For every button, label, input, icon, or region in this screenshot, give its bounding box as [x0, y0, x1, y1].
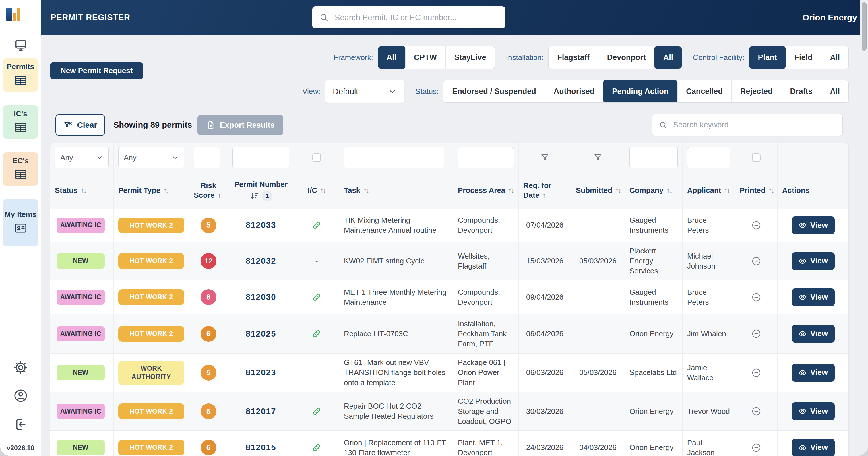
submitted-filter-funnel-icon[interactable]	[593, 152, 603, 163]
segment-cancelled[interactable]: Cancelled	[677, 80, 732, 102]
chevron-down-icon	[172, 154, 179, 161]
permit_number-filter-input[interactable]	[232, 146, 289, 168]
view-button[interactable]: View	[792, 364, 835, 382]
view-select[interactable]: Default	[325, 80, 404, 103]
column-header-applicant[interactable]: Applicant↑↓	[683, 172, 735, 208]
status-filter-select[interactable]: Any	[55, 146, 109, 168]
view-button[interactable]: View	[792, 325, 835, 343]
company-text: Spacelabs Ltd	[629, 368, 677, 378]
view-button[interactable]: View	[792, 252, 835, 270]
req_date-filter-funnel-icon[interactable]	[539, 152, 550, 163]
filter-row-primary: Framework: AllCPTWStayLive Installation:…	[327, 46, 849, 69]
sidebar-item-permits[interactable]: Permits	[3, 58, 38, 92]
results-count: Showing 89 permits	[113, 114, 192, 136]
company-text: Orion Energy	[629, 406, 673, 416]
segment-plant[interactable]: Plant	[749, 46, 786, 69]
dashboard-monitor-icon[interactable]	[0, 38, 41, 53]
segment-pending-action[interactable]: Pending Action	[603, 80, 678, 103]
segment-cptw[interactable]: CPTW	[405, 46, 445, 69]
column-header-submitted[interactable]: Submitted↑↓	[571, 172, 625, 208]
view-button[interactable]: View	[792, 402, 835, 420]
vertical-scrollbar[interactable]	[862, 2, 867, 51]
new-permit-request-button[interactable]: New Permit Request	[50, 62, 143, 79]
column-header-risk[interactable]: Risk Score↑↓	[189, 172, 228, 208]
segment-all[interactable]: All	[654, 46, 682, 69]
segment-all[interactable]: All	[821, 80, 848, 102]
ic-link-icon[interactable]	[312, 443, 321, 452]
ic-link-icon[interactable]	[312, 329, 321, 338]
keyword-search-input[interactable]	[673, 120, 836, 130]
company-filter-input[interactable]	[629, 146, 678, 168]
user-profile-icon[interactable]	[0, 388, 41, 403]
cell-permit_number: 812032	[228, 242, 294, 280]
filter-row-secondary: View: Default Status: Endorsed / Suspend…	[296, 80, 849, 103]
column-header-process_area[interactable]: Process Area↑↓	[453, 172, 519, 208]
ic-link-icon[interactable]	[312, 293, 321, 302]
segment-staylive[interactable]: StayLive	[446, 46, 495, 69]
keyword-search[interactable]	[652, 114, 843, 136]
segment-drafts[interactable]: Drafts	[781, 80, 821, 102]
global-search-input[interactable]	[334, 12, 498, 22]
segment-rejected[interactable]: Rejected	[732, 80, 782, 102]
column-label: I/C	[308, 186, 317, 195]
permit-number-link[interactable]: 812017	[246, 406, 276, 417]
cell-applicant: Michael Johnson	[683, 242, 735, 280]
view-button[interactable]: View	[792, 288, 835, 306]
risk-filter-input[interactable]	[194, 146, 220, 168]
column-header-status[interactable]: Status↑↓	[50, 172, 114, 208]
permit-number-link[interactable]: 812023	[246, 367, 276, 378]
sidebar: PermitsIC'sEC'sMy Items v2026.10	[0, 0, 41, 456]
ic-filter-checkbox[interactable]	[312, 153, 321, 162]
global-search[interactable]	[312, 6, 505, 28]
segment-field[interactable]: Field	[786, 46, 821, 69]
cell-permit_type: WORK AUTHORITY	[114, 354, 189, 392]
column-header-company[interactable]: Company↑↓	[625, 172, 683, 208]
filter-cell-permit_number	[228, 143, 294, 172]
ic-link-icon[interactable]	[312, 406, 321, 416]
segment-all[interactable]: All	[378, 46, 406, 69]
view-button[interactable]: View	[792, 216, 835, 234]
chevron-down-icon	[96, 154, 103, 161]
task-filter-input[interactable]	[344, 146, 444, 168]
logout-icon[interactable]	[0, 417, 41, 432]
segment-flagstaff[interactable]: Flagstaff	[549, 46, 598, 69]
applicant-text: Bruce Peters	[687, 287, 730, 307]
process_area-filter-input[interactable]	[458, 146, 514, 168]
settings-gear-icon[interactable]	[0, 360, 41, 376]
column-header-req_date[interactable]: Req. for Date↑↓	[519, 172, 571, 208]
applicant-text: Trevor Wood	[687, 406, 730, 416]
sidebar-item-my-items[interactable]: My Items	[3, 199, 38, 246]
cell-permit_number: 812030	[228, 281, 294, 314]
sidebar-item-ic-s[interactable]: IC's	[3, 105, 38, 139]
ic-link-icon[interactable]	[312, 221, 321, 230]
permit-number-link[interactable]: 812030	[246, 292, 276, 303]
column-header-ic[interactable]: I/C↑↓	[294, 172, 339, 208]
segment-devonport[interactable]: Devonport	[598, 46, 655, 69]
printed-filter-checkbox[interactable]	[752, 153, 761, 162]
app-logo-icon[interactable]	[6, 8, 21, 21]
clear-label: Clear	[77, 121, 97, 130]
printed-minus-circle-icon	[751, 368, 762, 378]
column-header-permit_number[interactable]: Permit Number1	[228, 172, 294, 208]
permit_type-filter-select[interactable]: Any	[118, 146, 184, 168]
permit-number-link[interactable]: 812032	[246, 255, 276, 267]
export-results-button[interactable]: Export Results	[197, 115, 283, 135]
sort-arrows-icon: ↑↓	[542, 191, 548, 199]
segment-all[interactable]: All	[821, 46, 848, 69]
table-row: NEWWORK AUTHORITY5812023-GT61- Mark out …	[50, 354, 848, 392]
permit-number-link[interactable]: 812015	[246, 442, 276, 453]
segment-endorsed-suspended[interactable]: Endorsed / Suspended	[443, 80, 545, 102]
permit-number-link[interactable]: 812025	[246, 328, 276, 339]
eye-icon	[798, 329, 807, 338]
view-button[interactable]: View	[792, 439, 835, 456]
segment-authorised[interactable]: Authorised	[545, 80, 603, 102]
status-badge: NEW	[57, 253, 105, 269]
sidebar-item-ec-s[interactable]: EC's	[3, 152, 38, 186]
column-header-task[interactable]: Task↑↓	[339, 172, 453, 208]
filter-cell-risk	[189, 143, 228, 172]
column-header-permit_type[interactable]: Permit Type↑↓	[114, 172, 189, 208]
permit-number-link[interactable]: 812033	[246, 220, 276, 231]
column-header-printed[interactable]: Printed↑↓	[735, 172, 778, 208]
applicant-filter-input[interactable]	[687, 146, 730, 168]
clear-filters-button[interactable]: Clear	[55, 114, 105, 136]
